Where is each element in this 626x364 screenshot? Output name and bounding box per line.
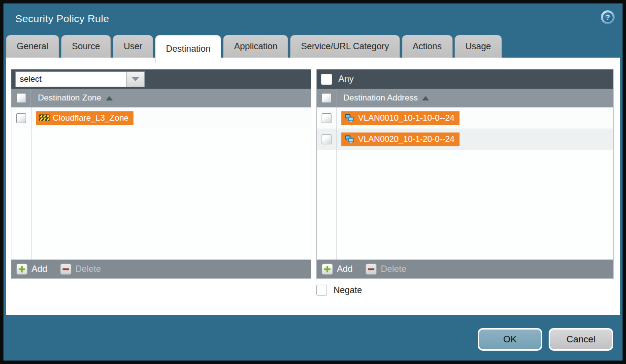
network-address-icon — [345, 114, 355, 122]
zone-column-header-label: Destination Zone — [38, 93, 101, 103]
cancel-button[interactable]: Cancel — [549, 328, 613, 351]
tab-general[interactable]: General — [6, 35, 59, 58]
address-row-vlan0010[interactable]: VLAN0010_10-1-10-0--24 — [317, 107, 613, 129]
address-column-header[interactable]: Destination Address — [343, 89, 429, 107]
tab-actions[interactable]: Actions — [402, 35, 453, 58]
address-row-vlan0020[interactable]: VLAN0020_10-1-20-0--24 — [317, 129, 613, 150]
ok-button[interactable]: OK — [478, 328, 542, 351]
zone-delete-button[interactable]: Delete — [60, 264, 101, 275]
destination-zone-panel: select Destination Zone — [11, 69, 311, 279]
address-select-all-checkbox[interactable] — [322, 93, 331, 103]
address-column-header-row: Destination Address — [317, 89, 613, 107]
address-row-checkbox[interactable] — [322, 134, 331, 144]
zone-select-value[interactable]: select — [16, 72, 126, 87]
tab-destination[interactable]: Destination — [155, 35, 221, 63]
address-row-checkbox[interactable] — [322, 113, 331, 123]
any-checkbox[interactable] — [321, 74, 332, 85]
negate-checkbox[interactable] — [316, 285, 327, 296]
screen: Security Policy Rule ? General Source Us… — [0, 0, 626, 364]
address-chip[interactable]: VLAN0020_10-1-20-0--24 — [341, 132, 460, 146]
address-row-label: VLAN0020_10-1-20-0--24 — [358, 134, 455, 144]
titlebar: Security Policy Rule ? — [3, 3, 623, 33]
dialog-footer: OK Cancel — [3, 315, 623, 361]
tab-usage[interactable]: Usage — [455, 35, 502, 58]
address-row-label: VLAN0010_10-1-10-0--24 — [358, 113, 455, 123]
tab-service-url-category[interactable]: Service/URL Category — [290, 35, 399, 58]
dialog-title: Security Policy Rule — [15, 13, 109, 25]
zone-add-button[interactable]: Add — [16, 264, 47, 275]
address-add-button[interactable]: Add — [322, 264, 353, 275]
address-footer-toolbar: Add Delete — [317, 260, 613, 278]
zone-row-checkbox-cell — [11, 113, 31, 123]
zone-toolbar: select — [11, 69, 311, 89]
zone-row-cloudflare-l3-zone[interactable]: Cloudflare_L3_Zone — [11, 107, 311, 129]
plus-icon — [322, 264, 333, 275]
tab-user[interactable]: User — [113, 35, 153, 58]
network-address-icon — [345, 135, 355, 143]
zone-column-header-row: Destination Zone — [11, 89, 311, 107]
negate-label: Negate — [333, 285, 362, 296]
zone-row-checkbox[interactable] — [16, 113, 26, 123]
chevron-down-icon — [132, 77, 139, 81]
address-select-all-cell — [317, 89, 336, 107]
zone-delete-label: Delete — [75, 264, 101, 274]
zone-select-all-cell — [11, 89, 31, 107]
zone-row-label: Cloudflare_L3_Zone — [53, 113, 129, 123]
zone-select-combobox[interactable]: select — [15, 71, 145, 87]
sort-asc-icon — [422, 96, 429, 100]
zone-column-header[interactable]: Destination Zone — [38, 89, 113, 107]
help-icon: ? — [603, 12, 613, 22]
address-delete-label: Delete — [381, 264, 406, 274]
tab-bar: General Source User Destination Applicat… — [6, 35, 502, 58]
address-list: VLAN0010_10-1-10-0--24 — [317, 107, 613, 260]
zone-list: Cloudflare_L3_Zone — [11, 107, 311, 260]
zone-chip[interactable]: Cloudflare_L3_Zone — [36, 111, 133, 125]
address-add-label: Add — [337, 264, 353, 274]
sort-asc-icon — [106, 96, 113, 100]
negate-option: Negate — [316, 285, 362, 296]
minus-icon — [60, 264, 71, 275]
zone-select-dropdown-button[interactable] — [126, 72, 144, 87]
any-label: Any — [338, 74, 354, 84]
destination-tab-content: select Destination Zone — [6, 58, 620, 315]
address-delete-button[interactable]: Delete — [365, 264, 406, 275]
address-toolbar: Any — [317, 69, 613, 89]
address-chip[interactable]: VLAN0010_10-1-10-0--24 — [341, 111, 460, 125]
destination-address-panel: Any Destination Address — [316, 69, 614, 279]
zone-select-all-checkbox[interactable] — [16, 93, 26, 103]
any-checkbox-cell — [317, 74, 336, 85]
address-row-checkbox-cell — [317, 113, 336, 123]
zone-barrier-icon — [39, 114, 49, 122]
security-policy-rule-dialog: Security Policy Rule ? General Source Us… — [3, 3, 623, 361]
help-button[interactable]: ? — [601, 10, 615, 24]
tab-application[interactable]: Application — [223, 35, 288, 58]
minus-icon — [365, 264, 377, 275]
zone-footer-toolbar: Add Delete — [11, 260, 311, 278]
address-row-checkbox-cell — [317, 134, 336, 144]
address-column-header-label: Destination Address — [343, 93, 418, 103]
zone-add-label: Add — [32, 264, 47, 274]
tab-source[interactable]: Source — [61, 35, 111, 58]
plus-icon — [16, 264, 28, 275]
